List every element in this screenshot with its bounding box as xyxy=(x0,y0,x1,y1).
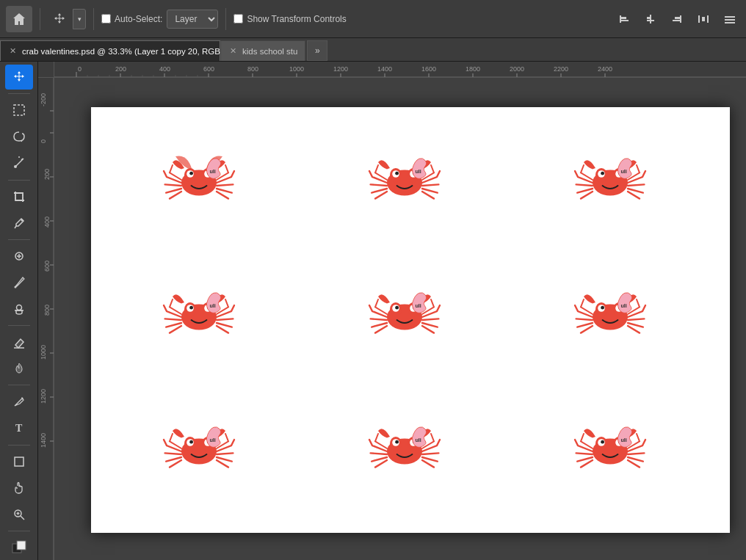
brush-tool-left[interactable] xyxy=(5,270,33,295)
svg-text:0: 0 xyxy=(40,139,47,143)
svg-rect-6 xyxy=(680,15,681,23)
svg-text:uli: uli xyxy=(415,168,421,175)
tab-crab-valentines[interactable]: ✕ crab valentines.psd @ 33.3% (Layer 1 c… xyxy=(0,40,220,61)
tab-close-crab-valentines[interactable]: ✕ xyxy=(8,46,18,57)
left-toolbar-sep-1 xyxy=(8,93,30,94)
magic-wand-tool-left[interactable] xyxy=(5,150,33,175)
move-tool-button[interactable] xyxy=(48,7,71,31)
svg-rect-1 xyxy=(621,17,626,19)
svg-rect-13 xyxy=(725,19,735,21)
svg-point-153 xyxy=(395,440,399,444)
svg-text:uli: uli xyxy=(209,437,215,444)
crab-grid: uli uli uli uli uli uli uli uli uli xyxy=(91,107,730,533)
svg-point-25 xyxy=(14,286,16,288)
svg-rect-0 xyxy=(620,15,621,23)
shape-tool-left[interactable] xyxy=(5,448,33,473)
svg-text:T: T xyxy=(15,423,23,434)
home-button[interactable] xyxy=(6,6,32,32)
svg-point-113 xyxy=(601,171,604,175)
left-toolbar-sep-7 xyxy=(8,531,30,531)
svg-text:1200: 1200 xyxy=(333,65,348,73)
tabs-overflow-button[interactable]: » xyxy=(307,40,327,61)
ruler-top-svg: 0 200 400 600 800 1000 1200 1400 xyxy=(54,62,746,78)
more-options-button[interactable] xyxy=(720,9,740,29)
crab-cell-6: uli xyxy=(517,256,715,383)
svg-rect-14 xyxy=(725,22,735,23)
foreground-bg-color[interactable] xyxy=(5,535,33,560)
svg-text:1800: 1800 xyxy=(466,65,480,73)
ruler-corner xyxy=(38,62,54,78)
auto-select-dropdown[interactable]: Layer Group xyxy=(167,10,218,29)
svg-text:600: 600 xyxy=(203,65,214,73)
svg-rect-20 xyxy=(15,193,23,200)
svg-point-17 xyxy=(14,165,17,168)
tab-label-kids-school: kids school stu xyxy=(242,47,297,56)
left-toolbar-sep-4 xyxy=(8,325,30,326)
distribute-button[interactable] xyxy=(693,9,714,29)
svg-rect-36 xyxy=(17,541,26,550)
svg-text:0: 0 xyxy=(78,65,82,73)
document-canvas: uli uli uli uli uli uli uli uli uli xyxy=(91,107,730,533)
auto-select-checkbox[interactable] xyxy=(101,14,111,23)
left-toolbar-sep-6 xyxy=(8,445,30,446)
svg-text:1200: 1200 xyxy=(40,389,47,404)
align-left-edges-button[interactable] xyxy=(614,9,634,29)
hand-tool-left[interactable] xyxy=(5,476,33,501)
svg-text:1400: 1400 xyxy=(40,433,47,448)
left-toolbar-sep-3 xyxy=(8,239,30,240)
lasso-tool-left[interactable] xyxy=(5,124,33,149)
svg-text:800: 800 xyxy=(43,305,51,316)
svg-text:1600: 1600 xyxy=(421,65,436,73)
canvas-area[interactable]: 0 200 400 600 800 1000 1200 1400 xyxy=(38,62,746,560)
crop-tool-left[interactable] xyxy=(5,183,33,208)
move-tool-left[interactable] xyxy=(5,65,33,90)
burn-tool-left[interactable] xyxy=(5,356,33,381)
svg-rect-12 xyxy=(725,16,735,18)
pen-tool-left[interactable] xyxy=(5,389,33,414)
svg-point-129 xyxy=(395,306,399,310)
tabs-bar: ✕ crab valentines.psd @ 33.3% (Layer 1 c… xyxy=(0,38,746,62)
crab-cell-9: uli xyxy=(517,391,715,518)
svg-text:1400: 1400 xyxy=(377,65,392,73)
svg-rect-3 xyxy=(650,15,651,23)
svg-rect-30 xyxy=(15,457,23,466)
type-tool-left[interactable]: T xyxy=(5,415,33,440)
ruler-top: 0 200 400 600 800 1000 1200 1400 xyxy=(54,62,746,78)
eraser-tool-left[interactable] xyxy=(5,330,33,354)
svg-text:uli: uli xyxy=(620,168,626,175)
toolbar-align-icons xyxy=(614,9,740,29)
auto-select-group: Auto-Select: xyxy=(101,14,162,24)
align-centers-vertically-button[interactable] xyxy=(640,9,661,29)
svg-text:uli: uli xyxy=(415,302,421,309)
marquee-tool-left[interactable] xyxy=(5,98,33,123)
svg-text:2200: 2200 xyxy=(554,65,568,73)
stamp-tool-left[interactable] xyxy=(5,297,33,321)
svg-text:uli: uli xyxy=(209,302,215,309)
svg-text:2400: 2400 xyxy=(598,65,612,73)
eyedropper-tool-left[interactable] xyxy=(5,211,33,236)
svg-point-121 xyxy=(189,306,193,310)
zoom-tool-left[interactable] xyxy=(5,502,33,527)
tab-kids-school[interactable]: ✕ kids school stu xyxy=(220,40,305,61)
svg-rect-9 xyxy=(698,15,700,23)
crab-cell-8: uli xyxy=(311,391,510,518)
align-right-edges-button[interactable] xyxy=(667,9,687,29)
show-transform-checkbox[interactable] xyxy=(233,14,243,23)
move-tool-dropdown[interactable]: ▾ xyxy=(73,9,86,29)
svg-point-145 xyxy=(189,440,193,444)
crab-cell-3: uli xyxy=(517,122,715,249)
svg-text:1000: 1000 xyxy=(289,65,304,73)
top-toolbar: ▾ Auto-Select: Layer Group Show Transfor… xyxy=(0,0,746,38)
svg-text:1000: 1000 xyxy=(40,345,47,360)
crab-cell-4: uli xyxy=(106,256,304,383)
svg-text:800: 800 xyxy=(247,65,258,73)
svg-point-21 xyxy=(21,219,23,221)
svg-text:400: 400 xyxy=(159,65,170,73)
svg-text:-200: -200 xyxy=(40,93,47,106)
svg-text:200: 200 xyxy=(115,65,126,73)
tab-close-kids-school[interactable]: ✕ xyxy=(228,46,238,57)
healing-tool-left[interactable] xyxy=(5,244,33,269)
canvas-content[interactable]: uli uli uli uli uli uli uli uli uli xyxy=(54,78,746,560)
show-transform-group: Show Transform Controls xyxy=(233,14,346,24)
svg-rect-4 xyxy=(647,17,650,19)
